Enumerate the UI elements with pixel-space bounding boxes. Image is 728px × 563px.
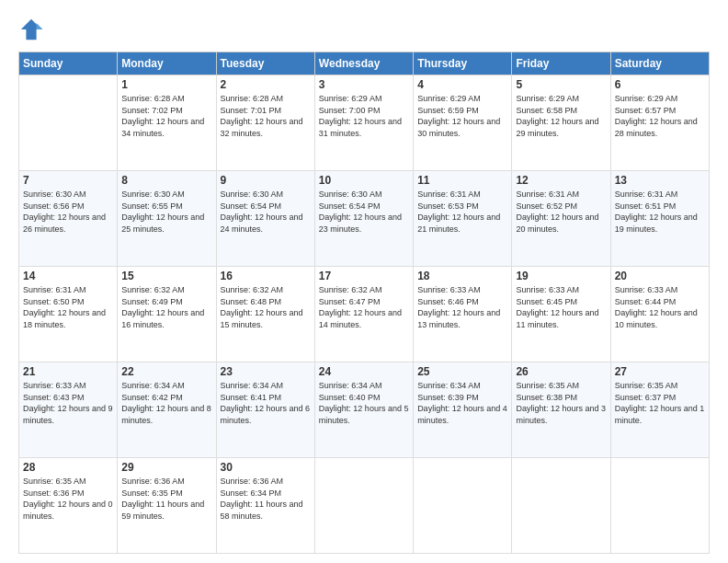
logo-icon (18, 17, 44, 42)
day-info: Sunrise: 6:34 AMSunset: 6:42 PMDaylight:… (121, 380, 211, 426)
day-info: Sunrise: 6:29 AMSunset: 6:58 PMDaylight:… (516, 93, 606, 139)
day-cell: 1Sunrise: 6:28 AMSunset: 7:02 PMDaylight… (118, 75, 216, 171)
day-cell: 4Sunrise: 6:29 AMSunset: 6:59 PMDaylight… (414, 75, 512, 171)
day-info: Sunrise: 6:30 AMSunset: 6:54 PMDaylight:… (319, 189, 409, 235)
day-number: 25 (417, 365, 507, 378)
day-cell: 19Sunrise: 6:33 AMSunset: 6:45 PMDayligh… (512, 267, 610, 362)
day-info: Sunrise: 6:33 AMSunset: 6:45 PMDaylight:… (516, 284, 606, 330)
day-number: 7 (23, 174, 113, 187)
weekday-monday: Monday (118, 52, 216, 75)
day-number: 10 (319, 174, 409, 187)
day-number: 5 (516, 78, 606, 91)
week-row-3: 14Sunrise: 6:31 AMSunset: 6:50 PMDayligh… (19, 267, 710, 362)
day-cell: 24Sunrise: 6:34 AMSunset: 6:40 PMDayligh… (314, 362, 413, 458)
day-number: 15 (121, 270, 211, 282)
day-info: Sunrise: 6:29 AMSunset: 6:59 PMDaylight:… (417, 93, 507, 139)
day-info: Sunrise: 6:35 AMSunset: 6:37 PMDaylight:… (615, 380, 705, 426)
day-cell: 23Sunrise: 6:34 AMSunset: 6:41 PMDayligh… (216, 362, 314, 458)
logo (18, 17, 48, 42)
day-cell: 29Sunrise: 6:36 AMSunset: 6:35 PMDayligh… (118, 458, 216, 554)
day-info: Sunrise: 6:33 AMSunset: 6:44 PMDaylight:… (615, 284, 705, 330)
day-number: 30 (221, 461, 311, 474)
day-info: Sunrise: 6:32 AMSunset: 6:49 PMDaylight:… (121, 284, 211, 330)
day-cell: 15Sunrise: 6:32 AMSunset: 6:49 PMDayligh… (118, 267, 216, 362)
day-info: Sunrise: 6:35 AMSunset: 6:36 PMDaylight:… (23, 476, 113, 522)
day-cell (19, 75, 118, 171)
day-cell: 13Sunrise: 6:31 AMSunset: 6:51 PMDayligh… (610, 171, 709, 267)
day-cell: 6Sunrise: 6:29 AMSunset: 6:57 PMDaylight… (610, 75, 709, 171)
day-cell: 26Sunrise: 6:35 AMSunset: 6:38 PMDayligh… (512, 362, 610, 458)
day-cell: 3Sunrise: 6:29 AMSunset: 7:00 PMDaylight… (314, 75, 413, 171)
day-info: Sunrise: 6:29 AMSunset: 7:00 PMDaylight:… (319, 93, 409, 139)
day-info: Sunrise: 6:33 AMSunset: 6:46 PMDaylight:… (417, 284, 507, 330)
day-cell (414, 458, 512, 554)
day-number: 28 (23, 461, 113, 474)
day-info: Sunrise: 6:31 AMSunset: 6:53 PMDaylight:… (417, 189, 507, 235)
day-cell: 30Sunrise: 6:36 AMSunset: 6:34 PMDayligh… (216, 458, 314, 554)
day-cell (314, 458, 413, 554)
day-info: Sunrise: 6:30 AMSunset: 6:54 PMDaylight:… (221, 189, 311, 235)
calendar: SundayMondayTuesdayWednesdayThursdayFrid… (18, 52, 710, 554)
day-cell: 5Sunrise: 6:29 AMSunset: 6:58 PMDaylight… (512, 75, 610, 171)
day-number: 24 (319, 365, 409, 378)
day-number: 6 (615, 78, 705, 91)
day-cell: 22Sunrise: 6:34 AMSunset: 6:42 PMDayligh… (118, 362, 216, 458)
day-number: 2 (221, 78, 311, 91)
day-info: Sunrise: 6:33 AMSunset: 6:43 PMDaylight:… (23, 380, 113, 426)
day-number: 18 (417, 270, 507, 282)
day-info: Sunrise: 6:31 AMSunset: 6:52 PMDaylight:… (516, 189, 606, 235)
day-number: 23 (221, 365, 311, 378)
day-info: Sunrise: 6:28 AMSunset: 7:02 PMDaylight:… (121, 93, 211, 139)
day-info: Sunrise: 6:34 AMSunset: 6:39 PMDaylight:… (417, 380, 507, 426)
weekday-friday: Friday (512, 52, 610, 75)
week-row-5: 28Sunrise: 6:35 AMSunset: 6:36 PMDayligh… (19, 458, 710, 554)
day-info: Sunrise: 6:34 AMSunset: 6:40 PMDaylight:… (319, 380, 409, 426)
day-info: Sunrise: 6:36 AMSunset: 6:35 PMDaylight:… (121, 476, 211, 522)
weekday-tuesday: Tuesday (216, 52, 314, 75)
weekday-saturday: Saturday (610, 52, 709, 75)
day-cell: 2Sunrise: 6:28 AMSunset: 7:01 PMDaylight… (216, 75, 314, 171)
day-number: 12 (516, 174, 606, 187)
day-cell (512, 458, 610, 554)
day-cell: 14Sunrise: 6:31 AMSunset: 6:50 PMDayligh… (19, 267, 118, 362)
day-info: Sunrise: 6:34 AMSunset: 6:41 PMDaylight:… (221, 380, 311, 426)
day-info: Sunrise: 6:32 AMSunset: 6:48 PMDaylight:… (221, 284, 311, 330)
day-info: Sunrise: 6:30 AMSunset: 6:56 PMDaylight:… (23, 189, 113, 235)
day-number: 3 (319, 78, 409, 91)
day-cell: 11Sunrise: 6:31 AMSunset: 6:53 PMDayligh… (414, 171, 512, 267)
day-cell: 9Sunrise: 6:30 AMSunset: 6:54 PMDaylight… (216, 171, 314, 267)
day-number: 11 (417, 174, 507, 187)
day-info: Sunrise: 6:29 AMSunset: 6:57 PMDaylight:… (615, 93, 705, 139)
day-number: 17 (319, 270, 409, 282)
day-info: Sunrise: 6:35 AMSunset: 6:38 PMDaylight:… (516, 380, 606, 426)
day-cell: 25Sunrise: 6:34 AMSunset: 6:39 PMDayligh… (414, 362, 512, 458)
day-info: Sunrise: 6:31 AMSunset: 6:51 PMDaylight:… (615, 189, 705, 235)
day-cell: 17Sunrise: 6:32 AMSunset: 6:47 PMDayligh… (314, 267, 413, 362)
day-info: Sunrise: 6:31 AMSunset: 6:50 PMDaylight:… (23, 284, 113, 330)
weekday-header-row: SundayMondayTuesdayWednesdayThursdayFrid… (19, 52, 710, 75)
weekday-thursday: Thursday (414, 52, 512, 75)
day-cell (610, 458, 709, 554)
day-number: 9 (221, 174, 311, 187)
day-number: 20 (615, 270, 705, 282)
day-number: 26 (516, 365, 606, 378)
day-number: 8 (121, 174, 211, 187)
day-info: Sunrise: 6:30 AMSunset: 6:55 PMDaylight:… (121, 189, 211, 235)
header (18, 17, 710, 42)
day-info: Sunrise: 6:28 AMSunset: 7:01 PMDaylight:… (221, 93, 311, 139)
day-number: 1 (121, 78, 211, 91)
weekday-wednesday: Wednesday (314, 52, 413, 75)
day-cell: 8Sunrise: 6:30 AMSunset: 6:55 PMDaylight… (118, 171, 216, 267)
day-number: 27 (615, 365, 705, 378)
day-info: Sunrise: 6:36 AMSunset: 6:34 PMDaylight:… (221, 476, 311, 522)
day-cell: 21Sunrise: 6:33 AMSunset: 6:43 PMDayligh… (19, 362, 118, 458)
day-cell: 16Sunrise: 6:32 AMSunset: 6:48 PMDayligh… (216, 267, 314, 362)
week-row-4: 21Sunrise: 6:33 AMSunset: 6:43 PMDayligh… (19, 362, 710, 458)
day-number: 22 (121, 365, 211, 378)
day-cell: 27Sunrise: 6:35 AMSunset: 6:37 PMDayligh… (610, 362, 709, 458)
day-cell: 28Sunrise: 6:35 AMSunset: 6:36 PMDayligh… (19, 458, 118, 554)
day-cell: 7Sunrise: 6:30 AMSunset: 6:56 PMDaylight… (19, 171, 118, 267)
week-row-1: 1Sunrise: 6:28 AMSunset: 7:02 PMDaylight… (19, 75, 710, 171)
day-cell: 12Sunrise: 6:31 AMSunset: 6:52 PMDayligh… (512, 171, 610, 267)
day-cell: 18Sunrise: 6:33 AMSunset: 6:46 PMDayligh… (414, 267, 512, 362)
